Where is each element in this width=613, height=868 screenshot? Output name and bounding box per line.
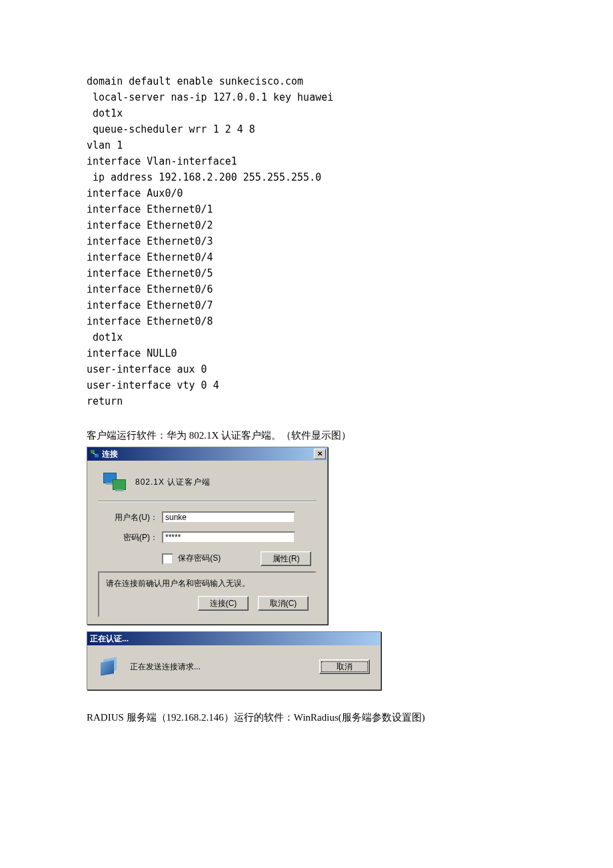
auth-title: 正在认证... — [90, 633, 129, 645]
code-line: ip address 192.168.2.200 255.255.255.0 — [87, 171, 321, 183]
save-password-checkbox[interactable] — [162, 553, 173, 565]
package-icon — [98, 656, 119, 677]
status-text: 请在连接前确认用户名和密码输入无误。 — [106, 578, 308, 589]
username-input[interactable] — [162, 511, 295, 523]
code-line: local-server nas-ip 127.0.0.1 key huawei — [87, 91, 333, 103]
properties-button[interactable]: 属性(R) — [261, 551, 311, 566]
code-line: interface Ethernet0/6 — [87, 283, 213, 295]
code-line: queue-scheduler wrr 1 2 4 8 — [87, 123, 255, 135]
code-line: dot1x — [87, 107, 123, 119]
config-code-block: domain default enable sunkecisco.com loc… — [87, 73, 526, 409]
network-icon — [90, 449, 99, 459]
code-line: vlan 1 — [87, 139, 123, 151]
code-line: interface Ethernet0/7 — [87, 299, 213, 311]
code-line: user-interface vty 0 4 — [87, 379, 219, 391]
cancel-button[interactable]: 取消(C) — [258, 596, 308, 611]
code-line: interface Ethernet0/2 — [87, 219, 213, 231]
code-line: interface Ethernet0/4 — [87, 251, 213, 263]
code-line: dot1x — [87, 331, 123, 343]
code-line: interface Vlan-interface1 — [87, 155, 237, 167]
client-caption: 客户端运行软件：华为 802.1X 认证客户端。（软件显示图） — [87, 428, 526, 443]
username-label: 用户名(U)： — [98, 512, 162, 523]
save-password-label: 保存密码(S) — [178, 553, 221, 563]
code-line: interface Ethernet0/1 — [87, 203, 213, 215]
code-line: interface Aux0/0 — [87, 187, 183, 199]
auth-cancel-button[interactable]: 取消 — [319, 659, 370, 674]
auth-titlebar[interactable]: 正在认证... — [87, 632, 380, 645]
status-panel: 请在连接前确认用户名和密码输入无误。 连接(C) 取消(C) — [98, 571, 316, 617]
divider — [98, 501, 316, 502]
close-icon: ✕ — [317, 451, 322, 457]
svg-rect-0 — [91, 450, 95, 453]
connect-title: 连接 — [102, 449, 118, 460]
close-button[interactable]: ✕ — [314, 449, 326, 459]
radius-caption: RADIUS 服务端（192.168.2.146）运行的软件：WinRadius… — [87, 710, 526, 725]
code-line: interface Ethernet0/5 — [87, 267, 213, 279]
connect-titlebar[interactable]: 连接 ✕ — [87, 447, 327, 461]
password-label: 密码(P)： — [98, 532, 162, 543]
connect-button[interactable]: 连接(C) — [198, 596, 249, 611]
code-line: interface Ethernet0/3 — [87, 235, 213, 247]
code-line: return — [87, 395, 123, 407]
code-line: interface NULL0 — [87, 347, 177, 359]
connect-dialog: 连接 ✕ 802.1X 认证客户端 用户名(U)： 密码(P)： — [87, 447, 328, 625]
banner-text: 802.1X 认证客户端 — [135, 477, 211, 488]
code-line: user-interface aux 0 — [87, 363, 207, 375]
monitors-icon — [103, 473, 126, 491]
code-line: domain default enable sunkecisco.com — [87, 75, 303, 87]
auth-status-text: 正在发送连接请求... — [130, 661, 308, 673]
password-input[interactable] — [162, 531, 295, 543]
authenticating-dialog: 正在认证... 正在发送连接请求... 取消 — [87, 631, 381, 690]
code-line: interface Ethernet0/8 — [87, 315, 213, 327]
